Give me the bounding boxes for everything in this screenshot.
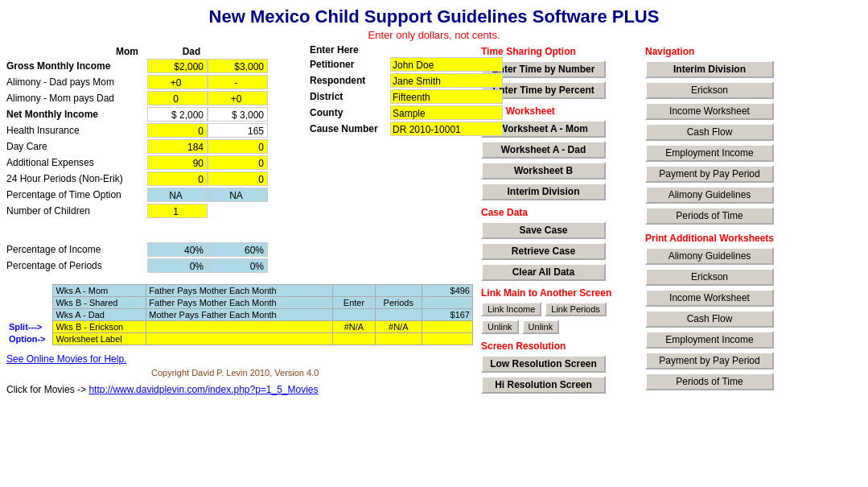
- retrieve-case-button[interactable]: Retrieve Case: [481, 242, 606, 260]
- col-header-mom: Mom: [95, 46, 159, 57]
- cell-alimony-dad-dad[interactable]: -: [208, 75, 268, 89]
- unlink-2-button[interactable]: Unlink: [522, 320, 560, 334]
- print-payment-by-pay-period-button[interactable]: Payment by Pay Period: [645, 352, 774, 369]
- summary-col4-worksheet: [375, 333, 422, 345]
- pct-row-income: Percentage of Income 40% 60%: [6, 242, 473, 257]
- data-row-24hr: 24 Hour Periods (Non-Erik) 0 0: [6, 171, 473, 186]
- interim-division-button[interactable]: Interim Division: [481, 183, 606, 200]
- nav-payment-by-pay-period-button[interactable]: Payment by Pay Period: [645, 165, 774, 183]
- row-label-additional: Additional Expenses: [6, 157, 147, 168]
- summary-col3-worksheet: [333, 333, 376, 345]
- print-erickson-button[interactable]: Erickson: [645, 268, 774, 286]
- low-resolution-button[interactable]: Low Resolution Screen: [481, 355, 606, 373]
- split-tag-4: Split--->: [6, 321, 53, 333]
- see-online-link[interactable]: See Online Movies for Help.: [6, 353, 126, 365]
- nav-periods-of-time-button[interactable]: Periods of Time: [645, 207, 774, 225]
- summary-label-wks-b-shared: Wks B - Shared: [53, 297, 146, 309]
- row-label-pct-time: Percentage of Time Option: [6, 189, 147, 200]
- link-income-button[interactable]: Link Income: [481, 302, 541, 316]
- summary-label-wks-b-erickson: Wks B - Erickson: [53, 321, 146, 333]
- summary-desc-wks-b-erickson: [146, 321, 333, 333]
- link-periods-button[interactable]: Link Periods: [545, 302, 607, 316]
- cell-alimony-mom-mom[interactable]: 0: [147, 91, 208, 105]
- print-employment-income-button[interactable]: Employment Income: [645, 331, 774, 349]
- right-section: Navigation Interim Division Erickson Inc…: [634, 46, 783, 397]
- row-label-children: Number of Children: [6, 205, 147, 217]
- eh-label-respondent: Respondent: [310, 75, 390, 86]
- split-tag-2: [6, 297, 53, 309]
- clear-all-data-button[interactable]: Clear All Data: [481, 263, 606, 281]
- nav-employment-income-button[interactable]: Employment Income: [645, 144, 774, 162]
- eh-value-cause-number[interactable]: DR 2010-10001: [390, 122, 503, 136]
- cell-health-mom[interactable]: 0: [147, 123, 208, 138]
- worksheet-b-button[interactable]: Worksheet B: [481, 162, 606, 180]
- summary-desc-worksheet: [146, 333, 333, 345]
- summary-col3-wks-a-dad: [333, 309, 376, 321]
- cell-daycare-dad[interactable]: 0: [208, 139, 268, 154]
- summary-amount-wks-b-erickson: [422, 321, 472, 333]
- cell-gross-dad[interactable]: $3,000: [208, 59, 268, 73]
- time-sharing-label: Time Sharing Option: [481, 46, 634, 57]
- cell-daycare-mom[interactable]: 184: [147, 139, 208, 154]
- worksheet-a-dad-button[interactable]: Worksheet A - Dad: [481, 141, 606, 159]
- nav-income-worksheet-button[interactable]: Income Worksheet: [645, 102, 774, 120]
- nav-alimony-guidelines-button[interactable]: Alimony Guidelines: [645, 186, 774, 204]
- cell-additional-dad[interactable]: 0: [208, 155, 268, 170]
- summary-amount-wks-b-shared: [422, 297, 472, 309]
- link-main-label: Link Main to Another Screen: [481, 287, 634, 299]
- movie-url-link[interactable]: http://www.davidplevin.com/index.php?p=1…: [88, 384, 318, 395]
- pct-label-periods: Percentage of Periods: [6, 260, 147, 271]
- row-label-gross: Gross Monthly Income: [6, 60, 147, 72]
- row-label-daycare: Day Care: [6, 141, 147, 152]
- summary-amount-wks-a-dad: $167: [422, 309, 472, 321]
- nav-interim-division-button[interactable]: Interim Division: [645, 60, 774, 78]
- cell-24hr-dad[interactable]: 0: [208, 171, 268, 186]
- case-data-label: Case Data: [481, 207, 634, 218]
- print-alimony-guidelines-button[interactable]: Alimony Guidelines: [645, 247, 774, 265]
- nav-cash-flow-button[interactable]: Cash Flow: [645, 123, 774, 141]
- cell-additional-mom[interactable]: 90: [147, 155, 208, 170]
- nav-erickson-button[interactable]: Erickson: [645, 81, 774, 99]
- cell-gross-mom[interactable]: $2,000: [147, 59, 208, 73]
- eh-label-petitioner: Petitioner: [310, 59, 390, 70]
- enter-here-section: Enter Here Petitioner John Doe Responden…: [310, 44, 503, 138]
- summary-desc-wks-a-dad: Mother Pays Father Each Month: [146, 309, 333, 321]
- save-case-button[interactable]: Save Case: [481, 221, 606, 239]
- summary-col3-wks-b-shared: Enter: [333, 297, 376, 309]
- eh-value-respondent[interactable]: Jane Smith: [390, 73, 503, 88]
- print-additional-label: Print Additional Worksheets: [645, 233, 783, 244]
- pct-cell-periods-dad: 0%: [208, 258, 268, 273]
- summary-row-wks-a-mom: Wks A - Mom Father Pays Mother Each Mont…: [6, 285, 473, 297]
- screen-resolution-label: Screen Resolution: [481, 340, 634, 352]
- row-label-alimony-mom: Alimony - Mom pays Dad: [6, 93, 147, 104]
- cell-net-mom: $ 2,000: [147, 107, 208, 122]
- summary-label-wks-a-mom: Wks A - Mom: [53, 285, 146, 297]
- cell-children-mom[interactable]: 1: [147, 204, 208, 218]
- eh-value-county[interactable]: Sample: [390, 105, 503, 120]
- pct-label-income: Percentage of Income: [6, 244, 147, 255]
- enter-here-header: Enter Here: [310, 44, 503, 56]
- data-row-daycare: Day Care 184 0: [6, 139, 473, 154]
- eh-value-district[interactable]: Fifteenth: [390, 89, 503, 104]
- print-periods-of-time-button[interactable]: Periods of Time: [645, 373, 774, 390]
- eh-value-petitioner[interactable]: John Doe: [390, 57, 503, 72]
- eh-label-district: District: [310, 91, 390, 102]
- split-tag-1: [6, 285, 53, 297]
- hi-resolution-button[interactable]: Hi Resolution Screen: [481, 376, 606, 394]
- print-cash-flow-button[interactable]: Cash Flow: [645, 310, 774, 328]
- col-header-dad: Dad: [159, 46, 224, 57]
- print-income-worksheet-button[interactable]: Income Worksheet: [645, 289, 774, 307]
- summary-table: Wks A - Mom Father Pays Mother Each Mont…: [6, 284, 473, 345]
- pct-row-periods: Percentage of Periods 0% 0%: [6, 258, 473, 273]
- summary-row-wks-a-dad: Wks A - Dad Mother Pays Father Each Mont…: [6, 309, 473, 321]
- data-row-pct-time: Percentage of Time Option NA NA: [6, 188, 473, 202]
- cell-alimony-dad-mom[interactable]: +0: [147, 75, 208, 89]
- split-tag-5: Option->: [6, 333, 53, 345]
- row-label-net: Net Monthly Income: [6, 109, 147, 120]
- unlink-1-button[interactable]: Unlink: [481, 320, 519, 334]
- cell-24hr-mom[interactable]: 0: [147, 171, 208, 186]
- summary-desc-wks-b-shared: Father Pays Mother Each Month: [146, 297, 333, 309]
- summary-row-worksheet-label: Option-> Worksheet Label: [6, 333, 473, 345]
- eh-label-cause-number: Cause Number: [310, 123, 390, 134]
- cell-alimony-mom-dad[interactable]: +0: [208, 91, 268, 105]
